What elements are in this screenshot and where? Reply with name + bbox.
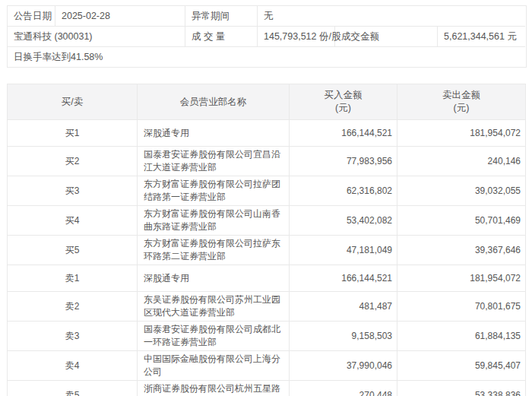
row-side-label: 买1 bbox=[8, 120, 138, 147]
header-buy-sell: 买/卖 bbox=[8, 84, 138, 120]
table-row: 卖5 浙商证券股份有限公司杭州五星路证券营业部 270,448 53,338,8… bbox=[8, 381, 526, 396]
row-buy-amount: 77,983,956 bbox=[290, 147, 397, 176]
table-row: 买4 东方财富证券股份有限公司山南香曲东路证券营业部 53,402,082 50… bbox=[8, 206, 526, 236]
header-branch-name: 会员营业部名称 bbox=[138, 84, 290, 120]
header-buy-amount-unit: (元) bbox=[290, 102, 396, 115]
table-row: 卖4 中国国际金融股份有限公司上海分公司 37,990,046 59,845,4… bbox=[8, 351, 526, 381]
row-buy-amount: 481,487 bbox=[290, 292, 397, 322]
row-sell-amount: 240,146 bbox=[397, 147, 526, 176]
row-sell-amount: 181,954,072 bbox=[397, 120, 526, 147]
row-side-label: 卖2 bbox=[8, 292, 138, 322]
table-row: 卖2 东吴证券股份有限公司苏州工业园区现代大道证券营业部 481,487 70,… bbox=[8, 292, 526, 322]
row-side-label: 卖5 bbox=[8, 381, 138, 396]
row-sell-amount: 59,845,407 bbox=[397, 351, 526, 381]
header-sell-amount: 卖出金额 (元) bbox=[397, 84, 526, 120]
broker-seat-table: 买/卖 会员营业部名称 买入金额 (元) 卖出金额 (元) 买1 深股通专用 1… bbox=[7, 84, 526, 396]
lhb-detail-page: { "info": { "announce_label": "公告日期", "a… bbox=[0, 0, 532, 396]
broker-seat-table-body: 买1 深股通专用 166,144,521 181,954,072 买2 国泰君安… bbox=[8, 120, 526, 396]
announce-date-label: 公告日期 bbox=[8, 6, 55, 27]
row-side-label: 买3 bbox=[8, 176, 138, 206]
row-buy-amount: 37,990,046 bbox=[290, 351, 397, 381]
row-branch-name: 中国国际金融股份有限公司上海分公司 bbox=[138, 351, 290, 381]
row-sell-amount: 39,032,055 bbox=[397, 176, 526, 206]
row-branch-name: 国泰君安证券股份有限公司成都北一环路证券营业部 bbox=[138, 322, 290, 351]
row-buy-amount: 9,158,503 bbox=[290, 322, 397, 351]
row-sell-amount: 70,801,675 bbox=[397, 292, 526, 322]
row-side-label: 买5 bbox=[8, 236, 138, 265]
row-side-label: 卖3 bbox=[8, 322, 138, 351]
row-buy-amount: 47,181,049 bbox=[290, 236, 397, 265]
row-branch-name: 东方财富证券股份有限公司山南香曲东路证券营业部 bbox=[138, 206, 290, 236]
row-branch-name: 浙商证券股份有限公司杭州五星路证券营业部 bbox=[138, 381, 290, 396]
row-branch-name: 东吴证券股份有限公司苏州工业园区现代大道证券营业部 bbox=[138, 292, 290, 322]
list-reason-note: 日换手率达到41.58% bbox=[8, 47, 525, 67]
volume-label: 成 交 量 bbox=[185, 27, 258, 47]
abnormal-period-label: 异常期间 bbox=[185, 6, 258, 27]
header-sell-amount-line1: 卖出金额 bbox=[398, 89, 524, 102]
header-buy-amount-line1: 买入金额 bbox=[290, 89, 396, 102]
announce-date-value: 2025-02-28 bbox=[55, 6, 185, 27]
row-branch-name: 国泰君安证券股份有限公司宜昌沿江大道证券营业部 bbox=[138, 147, 290, 176]
table-row: 买2 国泰君安证券股份有限公司宜昌沿江大道证券营业部 77,983,956 24… bbox=[8, 147, 526, 176]
volume-value: 145,793,512 份/股 bbox=[258, 27, 335, 47]
row-buy-amount: 166,144,521 bbox=[290, 265, 397, 292]
row-buy-amount: 62,316,802 bbox=[290, 176, 397, 206]
row-side-label: 卖1 bbox=[8, 265, 138, 292]
abnormal-period-value: 无 bbox=[258, 6, 525, 27]
row-branch-name: 东方财富证券股份有限公司拉萨团结路第一证券营业部 bbox=[138, 176, 290, 206]
turnover-amount-value: 5,621,344,561 元 bbox=[438, 27, 525, 47]
row-buy-amount: 166,144,521 bbox=[290, 120, 397, 147]
row-side-label: 买2 bbox=[8, 147, 138, 176]
table-row: 卖1 深股通专用 166,144,521 181,954,072 bbox=[8, 265, 526, 292]
table-row: 买1 深股通专用 166,144,521 181,954,072 bbox=[8, 120, 526, 147]
row-branch-name: 东方财富证券股份有限公司拉萨东环路第二证券营业部 bbox=[138, 236, 290, 265]
stock-name-code: 宝通科技 (300031) bbox=[8, 27, 185, 47]
table-row: 卖3 国泰君安证券股份有限公司成都北一环路证券营业部 9,158,503 61,… bbox=[8, 322, 526, 351]
table-row: 买3 东方财富证券股份有限公司拉萨团结路第一证券营业部 62,316,802 3… bbox=[8, 176, 526, 206]
row-sell-amount: 39,367,646 bbox=[397, 236, 526, 265]
row-side-label: 卖4 bbox=[8, 351, 138, 381]
header-buy-amount: 买入金额 (元) bbox=[290, 84, 397, 120]
row-buy-amount: 270,448 bbox=[290, 381, 397, 396]
row-sell-amount: 181,954,072 bbox=[397, 265, 526, 292]
row-sell-amount: 61,884,135 bbox=[397, 322, 526, 351]
row-branch-name: 深股通专用 bbox=[138, 265, 290, 292]
row-sell-amount: 53,338,836 bbox=[397, 381, 526, 396]
header-sell-amount-unit: (元) bbox=[398, 102, 524, 115]
turnover-amount-label: 成交金额 bbox=[335, 27, 438, 47]
row-buy-amount: 53,402,082 bbox=[290, 206, 397, 236]
row-branch-name: 深股通专用 bbox=[138, 120, 290, 147]
stock-info-table: 公告日期 2025-02-28 异常期间 无 宝通科技 (300031) 成 交… bbox=[7, 5, 527, 68]
row-side-label: 买4 bbox=[8, 206, 138, 236]
row-sell-amount: 50,701,469 bbox=[397, 206, 526, 236]
table-row: 买5 东方财富证券股份有限公司拉萨东环路第二证券营业部 47,181,049 3… bbox=[8, 236, 526, 265]
broker-seat-table-header: 买/卖 会员营业部名称 买入金额 (元) 卖出金额 (元) bbox=[8, 84, 526, 120]
